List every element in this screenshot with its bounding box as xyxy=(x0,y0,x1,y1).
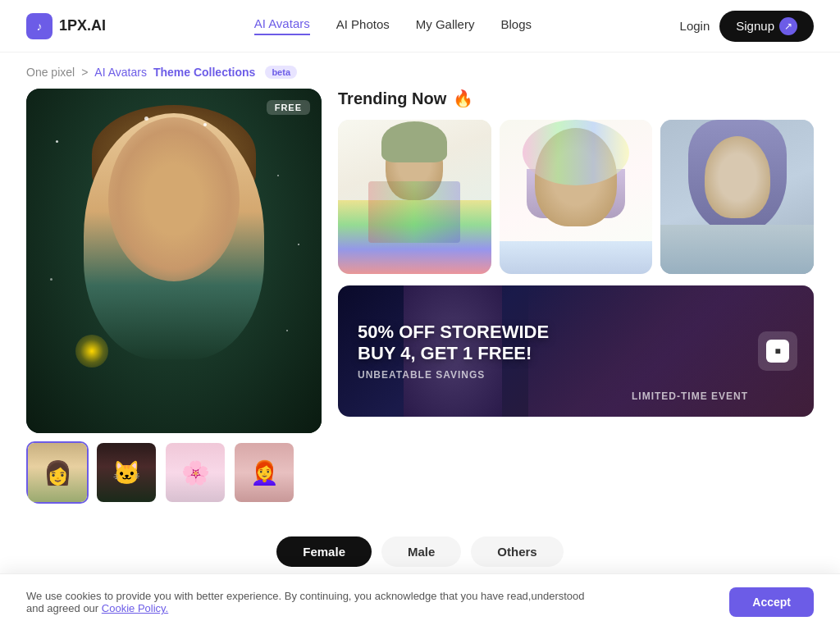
promo-main-text: 50% OFF STOREWIDE BUY 4, GET 1 FREE! xyxy=(358,322,549,365)
login-button[interactable]: Login xyxy=(680,19,710,33)
trending-title: Trending Now xyxy=(338,89,446,108)
hero-stars xyxy=(26,89,322,433)
nav-ai-photos[interactable]: AI Photos xyxy=(336,17,390,34)
breadcrumb-parent[interactable]: AI Avatars xyxy=(94,66,147,79)
tab-others[interactable]: Others xyxy=(471,536,563,567)
tab-female[interactable]: Female xyxy=(276,536,372,567)
trending-card-1[interactable] xyxy=(338,120,491,274)
signup-button[interactable]: Signup ↗ xyxy=(719,11,814,42)
navbar: ♪ 1PX.AI AI Avatars AI Photos My Gallery… xyxy=(0,0,840,52)
breadcrumb-current: Theme Collections xyxy=(153,66,255,79)
filter-tabs: Female Male Others xyxy=(0,520,840,580)
free-badge: FREE xyxy=(267,100,310,115)
nav-my-gallery[interactable]: My Gallery xyxy=(416,17,475,34)
promo-banner[interactable]: 50% OFF STOREWIDE BUY 4, GET 1 FREE! UNB… xyxy=(338,285,814,417)
accept-button[interactable]: Accept xyxy=(729,587,814,617)
nav-links: AI Avatars AI Photos My Gallery Blogs xyxy=(254,16,532,35)
fire-icon: 🔥 xyxy=(453,89,473,108)
signup-arrow-icon: ↗ xyxy=(779,17,797,35)
promo-text: 50% OFF STOREWIDE BUY 4, GET 1 FREE! UNB… xyxy=(338,302,568,401)
hero-glow xyxy=(75,335,108,368)
thumbnail-1[interactable]: 👩 xyxy=(26,441,89,504)
tab-male[interactable]: Male xyxy=(381,536,461,567)
promo-sub-text: UNBEATABLE SAVINGS xyxy=(358,369,549,381)
signup-label: Signup xyxy=(736,19,774,33)
thumbnail-2[interactable]: 🐱 xyxy=(95,441,158,504)
site-logo[interactable]: ♪ 1PX.AI xyxy=(26,13,106,39)
cookie-banner: We use cookies to provide you with bette… xyxy=(0,573,840,630)
thumbnail-3[interactable]: 🌸 xyxy=(164,441,226,504)
nav-actions: Login Signup ↗ xyxy=(680,11,814,42)
trending-grid xyxy=(338,120,814,274)
right-panel: Trending Now 🔥 xyxy=(338,89,814,504)
cookie-text: We use cookies to provide you with bette… xyxy=(26,590,600,614)
breadcrumb: One pixel > AI Avatars Theme Collections… xyxy=(0,52,840,89)
hero-panel: FREE 👩 🐱 🌸 xyxy=(26,89,322,504)
trending-card-3[interactable] xyxy=(660,120,814,274)
promo-logo: ■ xyxy=(758,331,797,371)
promo-logo-inner: ■ xyxy=(766,340,789,363)
logo-icon: ♪ xyxy=(26,13,52,39)
breadcrumb-home[interactable]: One pixel xyxy=(26,66,75,79)
logo-text: 1PX.AI xyxy=(59,17,106,34)
hero-image[interactable]: FREE xyxy=(26,89,322,433)
beta-badge: beta xyxy=(265,66,297,79)
thumbnail-4[interactable]: 👩‍🦰 xyxy=(233,441,295,504)
promo-event-text: LIMITED-TIME EVENT xyxy=(632,390,748,402)
trending-card-2[interactable] xyxy=(500,120,653,274)
cookie-policy-link[interactable]: Cookie Policy. xyxy=(102,602,168,614)
nav-blogs[interactable]: Blogs xyxy=(500,17,532,34)
nav-ai-avatars[interactable]: AI Avatars xyxy=(254,16,310,35)
main-content: FREE 👩 🐱 🌸 xyxy=(0,89,840,520)
thumbnail-strip: 👩 🐱 🌸 xyxy=(26,441,322,504)
trending-header: Trending Now 🔥 xyxy=(338,89,814,108)
breadcrumb-sep: > xyxy=(81,66,88,79)
